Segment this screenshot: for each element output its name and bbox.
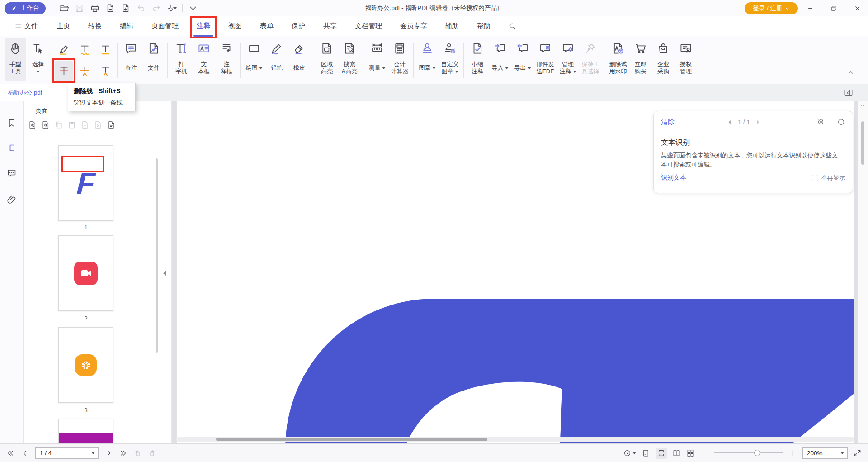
- rail-item-bookmarks[interactable]: [6, 118, 17, 129]
- area-highlight-button[interactable]: 区域高亮: [316, 38, 338, 81]
- zoom-slider[interactable]: [714, 450, 783, 456]
- zoom-out[interactable]: [700, 449, 709, 457]
- fit-screen[interactable]: [853, 449, 862, 457]
- drawing-button[interactable]: 绘图: [243, 38, 265, 81]
- menu-convert[interactable]: 转换: [79, 19, 111, 33]
- view-history[interactable]: [623, 449, 636, 457]
- menu-edit[interactable]: 编辑: [111, 19, 142, 33]
- rail-item-page-thumbnails[interactable]: [6, 143, 17, 154]
- custom-stamp-button[interactable]: 自定义图章: [439, 38, 461, 81]
- rail-item-comments[interactable]: [6, 167, 17, 178]
- export-comments-button[interactable]: 导出: [512, 38, 533, 81]
- facing-view[interactable]: [672, 449, 681, 457]
- print-icon[interactable]: [90, 3, 100, 13]
- hand-tool-button[interactable]: 手型工具: [5, 38, 26, 81]
- workspace-button[interactable]: 工作台: [5, 2, 46, 14]
- login-register-button[interactable]: 登录 / 注册: [745, 2, 798, 14]
- close-button[interactable]: [846, 0, 868, 16]
- license-manage-button[interactable]: 授权管理: [675, 38, 697, 81]
- menu-file[interactable]: 文件: [5, 19, 47, 33]
- thumbnail-page-2[interactable]: [58, 235, 113, 311]
- restore-button[interactable]: [823, 0, 844, 16]
- underline-text-button[interactable]: [96, 39, 114, 59]
- minimize-panel-icon[interactable]: [837, 118, 845, 126]
- dont-show-again-checkbox[interactable]: [812, 175, 818, 181]
- thumbnail-tool-page-properties[interactable]: [107, 120, 116, 129]
- select-tool-button[interactable]: 选择: [27, 38, 49, 81]
- enterprise-purchase-button[interactable]: 企业采购: [652, 38, 674, 81]
- remove-trial-watermark-button[interactable]: 删除试用水印: [607, 38, 629, 81]
- menu-membership[interactable]: 会员专享: [391, 19, 436, 33]
- import-comments-button[interactable]: 导入: [489, 38, 511, 81]
- horizontal-scrollbar-thumb[interactable]: [216, 438, 487, 441]
- highlight-text-button[interactable]: [55, 39, 73, 59]
- textbox-button[interactable]: 文本框: [193, 38, 215, 81]
- squiggly-underline-button[interactable]: [75, 39, 94, 59]
- menu-comment[interactable]: 注释: [188, 19, 219, 33]
- thumbnail-page-4[interactable]: [58, 419, 113, 443]
- pager-next-icon[interactable]: [755, 119, 762, 126]
- touch-mode-icon[interactable]: [167, 3, 177, 13]
- menu-view[interactable]: 视图: [219, 19, 251, 33]
- delete-page-icon[interactable]: [105, 3, 115, 13]
- thumbnail-scrollbar[interactable]: [156, 158, 158, 353]
- thumbnail-tool-reduce-thumbnails[interactable]: [41, 120, 50, 129]
- summarize-comments-button[interactable]: 小结注释: [467, 38, 488, 81]
- horizontal-scrollbar[interactable]: [176, 437, 854, 442]
- previous-page[interactable]: [21, 449, 29, 457]
- menu-form[interactable]: 表单: [251, 19, 283, 33]
- document-tab[interactable]: 福昕办公.pdf: [0, 84, 69, 101]
- single-page-view[interactable]: [642, 449, 650, 457]
- menu-help[interactable]: 帮助: [468, 19, 500, 33]
- collapse-ribbon-icon[interactable]: [846, 68, 855, 77]
- zoom-in[interactable]: [788, 449, 797, 457]
- vertical-scrollbar-thumb[interactable]: [861, 121, 864, 165]
- menu-protect[interactable]: 保护: [283, 19, 314, 33]
- menu-page-manage[interactable]: 页面管理: [142, 19, 188, 33]
- zoom-input[interactable]: 200%: [802, 447, 848, 459]
- scroll-up-icon[interactable]: [859, 102, 866, 109]
- facing-continuous-view[interactable]: [686, 449, 695, 457]
- insert-text-button[interactable]: [96, 61, 114, 81]
- zoom-slider-track[interactable]: [714, 452, 783, 453]
- thumbnail-page-1[interactable]: F: [58, 145, 113, 221]
- menu-search[interactable]: [500, 19, 525, 33]
- stamp-button[interactable]: 图章: [416, 38, 438, 81]
- minimize-button[interactable]: [799, 0, 821, 16]
- email-fdf-button[interactable]: 邮件发送FDF: [534, 38, 556, 81]
- buy-now-button[interactable]: 立即购买: [630, 38, 651, 81]
- panel-toggle-icon[interactable]: [844, 88, 854, 98]
- note-button[interactable]: 备注: [120, 38, 142, 81]
- typewriter-button[interactable]: 打字机: [170, 38, 192, 81]
- first-page[interactable]: [6, 449, 15, 457]
- eraser-button[interactable]: 橡皮: [288, 38, 310, 81]
- measure-button[interactable]: 测量: [366, 38, 388, 81]
- more-tools-icon[interactable]: [188, 3, 198, 13]
- thumbnail-tool-enlarge-thumbnails[interactable]: [28, 120, 37, 129]
- calculator-button[interactable]: 会计计算器: [389, 38, 410, 81]
- pager-prev-icon[interactable]: [726, 119, 733, 126]
- rail-item-attachments[interactable]: [6, 194, 17, 205]
- add-page-icon[interactable]: [121, 3, 131, 13]
- open-folder-icon[interactable]: [59, 3, 69, 13]
- clear-link[interactable]: 清除: [661, 118, 675, 126]
- collapse-panel-handle[interactable]: [162, 265, 168, 281]
- strikeout-text-button[interactable]: [55, 61, 73, 81]
- recognize-text-link[interactable]: 识别文本: [661, 174, 686, 182]
- menu-share[interactable]: 共享: [314, 19, 346, 33]
- continuous-view[interactable]: [656, 448, 667, 459]
- menu-home[interactable]: 主页: [47, 19, 79, 33]
- callout-button[interactable]: 注释框: [216, 38, 237, 81]
- vertical-scrollbar[interactable]: [858, 101, 868, 443]
- zoom-slider-knob[interactable]: [754, 450, 760, 456]
- thumbnail-page-3[interactable]: [58, 327, 113, 403]
- menu-accessibility[interactable]: 辅助: [436, 19, 468, 33]
- next-page[interactable]: [104, 449, 113, 457]
- page-number-input[interactable]: 1 / 4: [35, 447, 99, 459]
- last-page[interactable]: [119, 449, 127, 457]
- search-highlight-button[interactable]: 搜索&高亮: [339, 38, 360, 81]
- pencil-button[interactable]: 铅笔: [266, 38, 288, 81]
- replace-text-button[interactable]: [75, 61, 94, 81]
- menu-doc-manage[interactable]: 文档管理: [346, 19, 391, 33]
- manage-comments-button[interactable]: 管理注释: [557, 38, 579, 81]
